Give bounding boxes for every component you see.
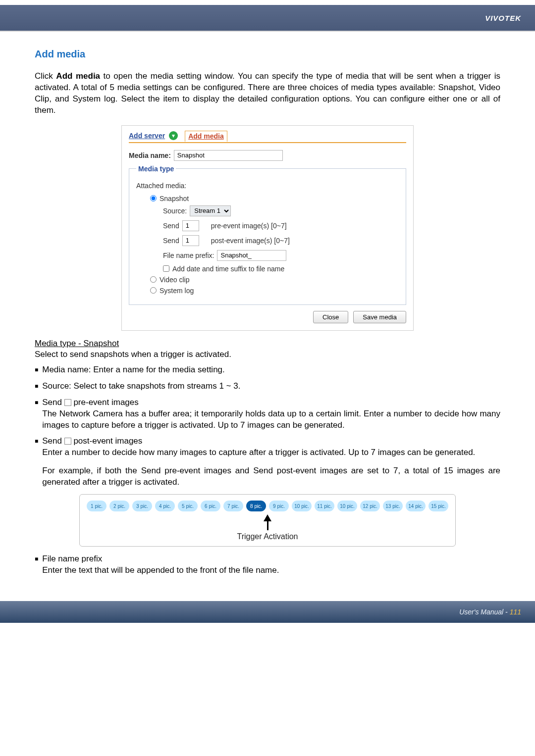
intro-prefix: Click bbox=[35, 71, 56, 81]
pic-item: 3 pic. bbox=[132, 501, 152, 511]
brand-label: VIVOTEK bbox=[485, 14, 521, 22]
date-suffix-label: Add date and time suffix to file name bbox=[172, 265, 284, 273]
bullet-icon: ■ bbox=[35, 397, 38, 431]
inline-box-icon bbox=[64, 399, 71, 406]
b5-head: File name prefix bbox=[42, 554, 500, 565]
bullet-list: ■ Media name: Enter a name for the media… bbox=[35, 364, 500, 488]
bullet-icon: ■ bbox=[35, 436, 38, 488]
media-type-legend: Media type bbox=[136, 165, 176, 173]
source-select[interactable]: Stream 1 bbox=[190, 205, 231, 216]
b4-tail: post-event images bbox=[71, 436, 143, 446]
b4-body: Enter a number to decide how many images… bbox=[42, 447, 500, 458]
pics-row: 1 pic.2 pic.3 pic.4 pic.5 pic.6 pic.7 pi… bbox=[87, 501, 448, 511]
pic-item: 14 pic. bbox=[406, 501, 426, 511]
pic-trigger: 8 pic. bbox=[246, 501, 266, 511]
b4-lead: Send bbox=[42, 436, 64, 446]
inline-box-icon bbox=[64, 438, 71, 445]
radio-snapshot-label: Snapshot bbox=[160, 195, 189, 202]
intro-paragraph: Click Add media to open the media settin… bbox=[35, 71, 500, 116]
b3-lead: Send bbox=[42, 398, 64, 407]
radio-video[interactable] bbox=[150, 276, 157, 283]
bullet-pre-event: ■ Send pre-event images The Network Came… bbox=[35, 397, 500, 431]
send-post-label: Send bbox=[163, 237, 179, 245]
bullet-icon: ■ bbox=[35, 364, 38, 376]
snapshot-heading: Media type - Snapshot bbox=[35, 339, 500, 349]
pic-item: 10 pic. bbox=[337, 501, 357, 511]
pic-item: 5 pic. bbox=[178, 501, 198, 511]
attached-media-label: Attached media: bbox=[136, 182, 399, 190]
radio-syslog-row[interactable]: System log bbox=[150, 287, 399, 295]
bullet-icon: ■ bbox=[35, 554, 38, 576]
header-band: VIVOTEK bbox=[0, 5, 535, 31]
pic-item: 13 pic. bbox=[383, 501, 403, 511]
post-event-count-input[interactable] bbox=[182, 235, 199, 246]
tab-add-server[interactable]: Add server bbox=[129, 132, 165, 140]
file-prefix-label: File name prefix: bbox=[163, 252, 214, 259]
pic-item: 12 pic. bbox=[360, 501, 380, 511]
b5-body: Enter the text that will be appended to … bbox=[42, 565, 500, 576]
bullet-icon: ■ bbox=[35, 381, 38, 392]
bullet-file-prefix: ■ File name prefix Enter the text that w… bbox=[35, 554, 500, 576]
close-button[interactable]: Close bbox=[313, 311, 348, 323]
radio-video-label: Video clip bbox=[160, 276, 189, 284]
radio-snapshot-row[interactable]: Snapshot bbox=[150, 195, 399, 202]
section-title: Add media bbox=[35, 49, 500, 60]
save-media-button[interactable]: Save media bbox=[353, 311, 406, 323]
pic-item: 15 pic. bbox=[428, 501, 448, 511]
pic-item: 10 pic. bbox=[292, 501, 312, 511]
pic-item: 6 pic. bbox=[201, 501, 220, 511]
bullet-post-event: ■ Send post-event images Enter a number … bbox=[35, 436, 500, 488]
radio-video-row[interactable]: Video clip bbox=[150, 276, 399, 284]
media-settings-panel: Add server ▾ Add media Media name: Media… bbox=[121, 125, 414, 331]
snapshot-sub: Select to send snapshots when a trigger … bbox=[35, 350, 500, 359]
file-prefix-input[interactable] bbox=[217, 250, 286, 261]
pic-item: 7 pic. bbox=[223, 501, 243, 511]
footer-text: User's Manual - 111 bbox=[459, 608, 521, 616]
pic-item: 4 pic. bbox=[155, 501, 175, 511]
bullet-media-name: ■ Media name: Enter a name for the media… bbox=[35, 364, 500, 376]
trigger-activation-label: Trigger Activation bbox=[87, 532, 448, 541]
post-event-suffix: post-event image(s) [0~7] bbox=[211, 237, 290, 245]
pic-item: 2 pic. bbox=[109, 501, 129, 511]
panel-tabs: Add server ▾ Add media bbox=[129, 131, 406, 143]
bullet-source: ■ Source: Select to take snapshots from … bbox=[35, 381, 500, 392]
radio-syslog-label: System log bbox=[160, 287, 194, 295]
pre-event-count-input[interactable] bbox=[182, 220, 199, 231]
radio-syslog[interactable] bbox=[150, 287, 157, 294]
trigger-diagram: 1 pic.2 pic.3 pic.4 pic.5 pic.6 pic.7 pi… bbox=[79, 494, 456, 547]
source-label: Source: bbox=[163, 207, 187, 215]
pic-item: 1 pic. bbox=[87, 501, 107, 511]
arrow-up-icon bbox=[264, 514, 271, 530]
chevron-down-icon[interactable]: ▾ bbox=[169, 131, 178, 140]
send-pre-label: Send bbox=[163, 222, 179, 230]
pic-item: 9 pic. bbox=[269, 501, 289, 511]
b4-example: For example, if both the Send pre-event … bbox=[42, 465, 500, 488]
intro-rest: to open the media setting window. You ca… bbox=[35, 71, 500, 115]
media-name-label: Media name: bbox=[129, 151, 171, 159]
date-suffix-row[interactable]: Add date and time suffix to file name bbox=[163, 265, 399, 273]
b3-tail: pre-event images bbox=[71, 398, 139, 407]
intro-bold: Add media bbox=[56, 71, 100, 81]
b3-body: The Network Camera has a buffer area; it… bbox=[42, 408, 500, 431]
tab-add-media[interactable]: Add media bbox=[185, 131, 227, 142]
radio-snapshot[interactable] bbox=[150, 195, 157, 202]
media-name-input[interactable] bbox=[174, 150, 283, 161]
footer-band: User's Manual - 111 bbox=[0, 601, 535, 623]
date-suffix-checkbox[interactable] bbox=[163, 265, 169, 272]
media-type-fieldset: Media type Attached media: Snapshot Sour… bbox=[129, 165, 406, 305]
pic-item: 11 pic. bbox=[315, 501, 334, 511]
pre-event-suffix: pre-event image(s) [0~7] bbox=[211, 222, 287, 230]
